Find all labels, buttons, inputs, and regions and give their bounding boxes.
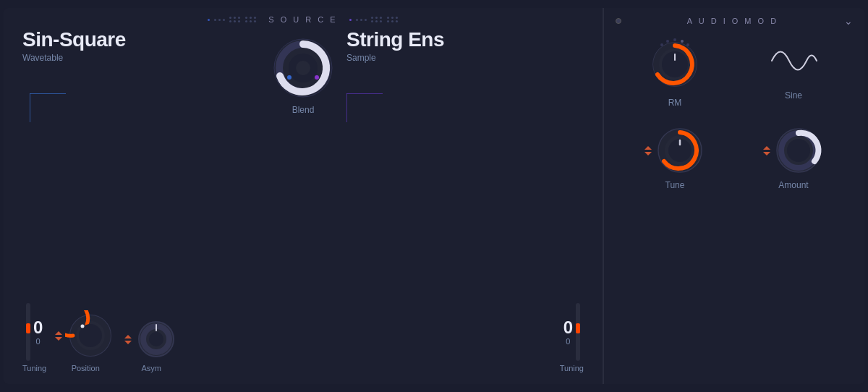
osc2-tuning-control[interactable]: 0 0 Tuning [560,303,584,372]
sine-label: Sine [785,90,802,101]
tune-stepper[interactable] [644,146,652,155]
blend-knob[interactable] [271,35,336,101]
blend-control[interactable]: Blend [267,28,339,372]
osc2-tuning-sub: 0 [566,337,570,346]
sine-control[interactable]: Sine [765,35,822,101]
source-title: S O U R C E [268,15,337,24]
chevron-down-icon[interactable]: ⌄ [844,15,853,27]
osc2-type: Sample [346,53,584,63]
dot-dim [214,19,216,21]
svg-point-30 [787,139,810,162]
asym-stepper[interactable] [124,335,132,344]
osc1-position-label: Position [72,364,100,372]
connector-svg-2 [346,93,390,129]
osc2-tuning-label: Tuning [560,364,584,372]
main-container: S O U R C E [4,8,864,384]
tune-label: Tune [665,180,685,190]
source-panel: S O U R C E [4,8,603,384]
osc2-tuning-value: 0 [563,318,573,337]
audiomod-status-dot [616,18,621,24]
audiomod-title: A U D I O M O D [687,17,778,25]
blend-label: Blend [292,105,315,115]
osc2-section: String Ens Sample 0 0 [339,28,591,372]
osc2-name: String Ens [346,28,584,51]
rm-control[interactable]: RM [646,35,704,108]
osc1-position-control[interactable]: Position [55,310,116,372]
osc1-asym-label: Asym [141,364,161,372]
tune-knob[interactable] [655,125,705,176]
osc1-tuning-label: Tuning [22,364,46,372]
osc1-tuning-sub: 0 [36,337,41,346]
svg-point-16 [673,38,676,41]
osc1-tuning-value: 0 [33,318,43,337]
position-stepper[interactable] [55,331,62,341]
svg-point-12 [287,75,292,80]
osc1-type: Wavetable [22,53,260,63]
svg-point-15 [666,40,669,43]
svg-point-17 [681,40,684,43]
svg-point-6 [149,332,163,346]
audiomod-bottom-row: Tune A [616,125,853,190]
osc1-name: Sin-Square [22,28,260,51]
sine-wave-display [765,35,822,86]
svg-point-3 [81,325,85,328]
dot-purple [349,19,352,21]
audiomod-header: A U D I O M O D ⌄ [616,15,853,27]
osc1-tuning-control[interactable]: 0 0 Tuning [22,303,46,372]
osc1-asym-control[interactable]: Asym [124,318,178,372]
svg-point-11 [296,61,310,75]
amount-stepper[interactable] [763,146,770,155]
asym-knob[interactable] [135,318,178,361]
svg-point-13 [315,75,319,80]
connector-svg [30,93,73,129]
amount-knob[interactable] [773,125,824,176]
rm-knob[interactable] [646,35,704,93]
amount-control[interactable]: Amount [763,125,824,190]
tune-control[interactable]: Tune [644,125,705,190]
dot-blue [208,19,210,21]
osc1-section: Sin-Square Wavetable [15,28,267,372]
position-knob[interactable] [65,310,116,361]
audiomod-panel: A U D I O M O D ⌄ [604,8,864,384]
amount-label: Amount [778,180,808,190]
rm-label: RM [668,98,682,108]
audiomod-top-row: RM Sine [616,35,853,108]
